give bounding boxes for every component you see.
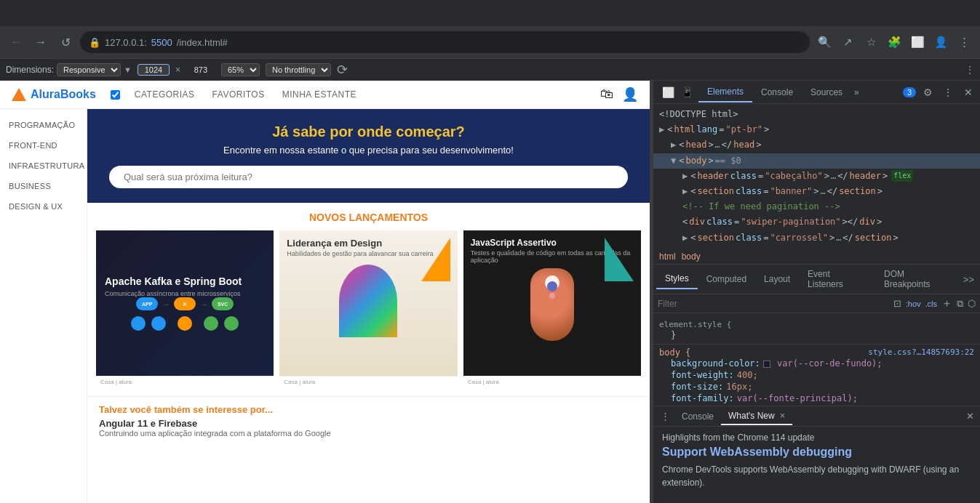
pseudo-cls-btn[interactable]: .cls — [925, 299, 938, 308]
banner-title: Já sabe por onde começar? — [109, 124, 628, 140]
checkbox-input[interactable] — [111, 90, 120, 100]
book-cover-image — [530, 268, 574, 341]
tab-sources[interactable]: Sources — [802, 83, 851, 102]
address-bar[interactable]: 🔒 127.0.0.1:5500/index.html# — [80, 31, 810, 53]
tab-more-styles[interactable]: >> — [960, 270, 977, 289]
site-logo: AluraBooks — [12, 88, 96, 101]
book-kafka-title: Apache Kafka e Spring Boot — [105, 275, 265, 287]
filter-input[interactable] — [658, 299, 891, 309]
copy-icon[interactable]: ⧉ — [957, 298, 963, 310]
close-devtools-icon[interactable]: ✕ — [960, 84, 977, 101]
nav-categorias[interactable]: CATEGORIAS — [135, 89, 195, 100]
filter-icon[interactable]: ⊡ — [893, 298, 901, 309]
more-menu-button[interactable]: ⋮ — [954, 32, 974, 52]
tab-elements[interactable]: Elements — [698, 82, 752, 102]
rotate-icon-btn[interactable]: ⟳ — [337, 62, 348, 78]
sidebar-item-programacao[interactable]: PROGRAMAÇÃO — [0, 115, 87, 135]
tree-section-carrossel[interactable]: ▶ <section class="carrossel" > … </secti… — [653, 230, 980, 246]
tab-dom-breakpoints[interactable]: DOM Breakpoints — [875, 265, 960, 294]
share-button[interactable]: ↗ — [837, 32, 858, 52]
expand-icon[interactable]: ▶ — [682, 185, 688, 198]
close-console-icon[interactable]: ✕ — [963, 408, 977, 424]
header-icons: 🛍 👤 — [600, 86, 638, 102]
expand-icon[interactable]: ▶ — [659, 123, 664, 137]
tree-doctype: <!DOCTYPE html> — [653, 107, 980, 122]
console-highlight-text: Highlights from the Chrome 114 update — [662, 432, 971, 443]
console-tab-console[interactable]: Console — [674, 409, 721, 424]
sidebar-item-infra[interactable]: INFRAESTRUTURA — [0, 156, 87, 176]
more-options-icon[interactable]: ⋮ — [965, 65, 974, 75]
triangle-decoration — [605, 238, 634, 281]
extension2-button[interactable]: ⬜ — [907, 32, 928, 52]
profile-button[interactable]: 👤 — [931, 32, 951, 52]
browser-nav: ← → ↺ 🔒 127.0.0.1:5500/index.html# 🔍 ↗ ☆… — [0, 26, 980, 58]
element-style-close: } — [659, 329, 974, 341]
user-icon[interactable]: 👤 — [622, 86, 638, 102]
device-icon[interactable]: 📱 — [678, 84, 696, 101]
sidebar-item-business[interactable]: BUSINESS — [0, 176, 87, 196]
tree-body[interactable]: ▼ <body> == $0 — [653, 153, 980, 169]
add-style-icon[interactable]: ＋ — [941, 297, 952, 310]
expand-icon[interactable]: ▼ — [671, 154, 676, 168]
tab-console[interactable]: Console — [752, 83, 802, 102]
nav-minha-estante[interactable]: MINHA ESTANTE — [282, 89, 356, 100]
console-menu-icon[interactable]: ⋮ — [656, 408, 674, 424]
back-button[interactable]: ← — [6, 32, 26, 52]
tab-more-icon[interactable]: » — [851, 83, 862, 102]
body-source[interactable]: style.css?…14857693:22 — [868, 347, 974, 358]
site-header: AluraBooks CATEGORIAS FAVORITOS MINHA ES… — [0, 81, 650, 109]
site-body: PROGRAMAÇÃO FRONT-END INFRAESTRUTURA BUS… — [0, 109, 650, 503]
bookmark-button[interactable]: ☆ — [861, 32, 881, 52]
console-tab-whats-new[interactable]: What's New × — [721, 408, 792, 425]
expand-icon[interactable]: ▶ — [682, 231, 688, 245]
tree-section-banner[interactable]: ▶ <section class="banner" > … </section> — [653, 184, 980, 199]
nav-favoritos[interactable]: FAVORITOS — [212, 89, 265, 100]
search-books-input[interactable] — [109, 166, 628, 188]
more-devtools-icon[interactable]: ⋮ — [939, 84, 957, 101]
reload-button[interactable]: ↺ — [55, 32, 76, 52]
settings-icon[interactable]: ⚙ — [919, 84, 936, 101]
tab-event-listeners[interactable]: Event Listeners — [799, 265, 875, 294]
expand-icon[interactable]: ⬡ — [968, 298, 976, 309]
tab-styles[interactable]: Styles — [656, 269, 698, 289]
throttle-select[interactable]: No throttling — [266, 63, 331, 76]
book-cover-kafka: Apache Kafka e Spring Boot Comunicação a… — [96, 230, 274, 376]
tab-layout[interactable]: Layout — [755, 270, 799, 289]
search-icon-btn[interactable]: 🔍 — [814, 32, 834, 52]
book-card-lideranca: Liderança em Design Habilidades de gestã… — [279, 230, 457, 387]
arrow-icon: → — [162, 300, 170, 308]
devtools-panel: ⬜ 📱 Elements Console Sources » 3 ⚙ ⋮ ✕ <… — [653, 81, 980, 503]
style-tabs: Styles Computed Layout Event Listeners D… — [653, 265, 980, 294]
height-input[interactable] — [186, 65, 215, 74]
tree-div-swiper[interactable]: <div class="swiper-pagination" ></div> — [653, 214, 980, 230]
sidebar-item-design[interactable]: DESIGN & UX — [0, 196, 87, 217]
width-input[interactable] — [138, 64, 170, 76]
pseudo-hov-btn[interactable]: :hov — [906, 299, 921, 308]
css-panel: element.style { } body { style.css?…1485… — [653, 313, 980, 406]
expand-icon[interactable]: ▶ — [671, 138, 676, 152]
inspect-icon[interactable]: ⬜ — [659, 84, 677, 101]
zoom-select[interactable]: 65% — [221, 63, 260, 76]
html-tree: <!DOCTYPE html> ▶ <html lang="pt-br" > ▶… — [653, 104, 980, 249]
breadcrumb-body[interactable]: body — [682, 252, 701, 262]
sidebar-item-frontend[interactable]: FRONT-END — [0, 135, 87, 156]
color-swatch[interactable] — [763, 361, 770, 368]
tab-computed[interactable]: Computed — [698, 270, 755, 289]
publisher-label: Casa | alura — [284, 379, 315, 385]
cart-icon[interactable]: 🛍 — [600, 86, 613, 102]
whats-new-close-icon[interactable]: × — [780, 411, 785, 421]
extensions-button[interactable]: 🧩 — [884, 32, 904, 52]
tree-head[interactable]: ▶ <head> … </head> — [653, 137, 980, 153]
kafka-node — [131, 316, 146, 331]
tree-header[interactable]: ▶ <header class="cabeçalho" > … </header… — [653, 169, 980, 184]
console-tabs: ⋮ Console What's New × ✕ — [653, 406, 980, 427]
breadcrumb-html[interactable]: html — [659, 252, 676, 262]
also-title: Talvez você também se interesse por... — [99, 404, 638, 415]
book-card-kafka: Apache Kafka e Spring Boot Comunicação a… — [96, 230, 274, 387]
dimensions-preset-select[interactable]: Responsive — [57, 63, 121, 76]
forward-button[interactable]: → — [31, 32, 51, 52]
expand-icon[interactable]: ▶ — [682, 169, 688, 183]
tree-html[interactable]: ▶ <html lang="pt-br" > — [653, 122, 980, 137]
books-grid: Apache Kafka e Spring Boot Comunicação a… — [96, 230, 641, 387]
book-cover-image — [339, 265, 397, 337]
